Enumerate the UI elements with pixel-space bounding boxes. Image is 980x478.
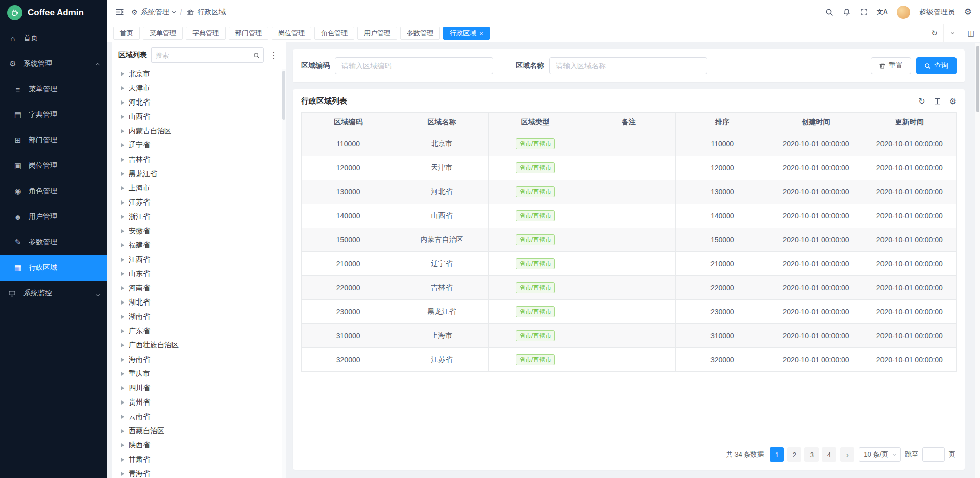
caret-right-icon[interactable] bbox=[121, 158, 124, 162]
collapse-sidebar-icon[interactable] bbox=[115, 8, 124, 16]
tree-search-input[interactable] bbox=[151, 47, 249, 63]
caret-right-icon[interactable] bbox=[121, 443, 124, 447]
tab[interactable]: 用户管理 × bbox=[357, 27, 397, 40]
layout-toggle-icon[interactable]: ◫ bbox=[962, 24, 980, 42]
sidebar-subitem[interactable]: ≡ 菜单管理 bbox=[0, 77, 107, 102]
caret-right-icon[interactable] bbox=[121, 86, 124, 90]
page-button[interactable]: 1 bbox=[770, 447, 784, 462]
caret-right-icon[interactable] bbox=[121, 258, 124, 262]
refresh-icon[interactable]: ↻ bbox=[925, 24, 943, 42]
table-row[interactable]: 230000 黑龙江省 省市/直辖市 230000 2020-10-01 00:… bbox=[302, 300, 957, 324]
tree-item[interactable]: 海南省 bbox=[118, 353, 279, 367]
tree-item[interactable]: 云南省 bbox=[118, 410, 279, 424]
caret-right-icon[interactable] bbox=[121, 286, 124, 290]
tree-item[interactable]: 江苏省 bbox=[118, 195, 279, 210]
sidebar-group-monitor[interactable]: 系统监控 bbox=[0, 281, 107, 306]
page-size-select[interactable]: 10 条/页 bbox=[859, 447, 901, 462]
settings-gear-icon[interactable]: ⚙ bbox=[964, 8, 972, 16]
sidebar-subitem[interactable]: ⊞ 部门管理 bbox=[0, 128, 107, 153]
tree-item[interactable]: 福建省 bbox=[118, 238, 279, 253]
tree-item[interactable]: 湖南省 bbox=[118, 310, 279, 324]
caret-right-icon[interactable] bbox=[121, 429, 124, 433]
tree-item[interactable]: 黑龙江省 bbox=[118, 167, 279, 181]
page-scrollbar-thumb[interactable] bbox=[976, 46, 979, 112]
tree-item[interactable]: 北京市 bbox=[118, 67, 279, 81]
tree-item[interactable]: 山西省 bbox=[118, 110, 279, 124]
tree-item[interactable]: 广西壮族自治区 bbox=[118, 338, 279, 353]
caret-right-icon[interactable] bbox=[121, 143, 124, 147]
tree-item[interactable]: 辽宁省 bbox=[118, 138, 279, 153]
table-row[interactable]: 150000 内蒙古自治区 省市/直辖市 150000 2020-10-01 0… bbox=[302, 228, 957, 252]
bell-icon[interactable] bbox=[843, 8, 851, 16]
tab[interactable]: 字典管理 × bbox=[186, 27, 226, 40]
tree-item[interactable]: 上海市 bbox=[118, 181, 279, 195]
sidebar-item-home[interactable]: ⌂ 首页 bbox=[0, 26, 107, 51]
sidebar-subitem[interactable]: ✎ 参数管理 bbox=[0, 230, 107, 255]
region-name-input[interactable] bbox=[549, 57, 707, 74]
caret-right-icon[interactable] bbox=[121, 172, 124, 176]
page-button[interactable]: 3 bbox=[804, 447, 819, 462]
sidebar-subitem[interactable]: ☻ 用户管理 bbox=[0, 204, 107, 230]
caret-right-icon[interactable] bbox=[121, 200, 124, 205]
tree-item[interactable]: 四川省 bbox=[118, 381, 279, 395]
sidebar-group-system[interactable]: ⚙ 系统管理 bbox=[0, 51, 107, 77]
caret-right-icon[interactable] bbox=[121, 343, 124, 347]
table-row[interactable]: 210000 辽宁省 省市/直辖市 210000 2020-10-01 00:0… bbox=[302, 252, 957, 276]
next-page-button[interactable]: › bbox=[840, 447, 854, 462]
breadcrumb-item-region[interactable]: 行政区域 bbox=[187, 8, 226, 17]
table-row[interactable]: 220000 吉林省 省市/直辖市 220000 2020-10-01 00:0… bbox=[302, 276, 957, 300]
table-row[interactable]: 310000 上海市 省市/直辖市 310000 2020-10-01 00:0… bbox=[302, 324, 957, 348]
tree-item[interactable]: 湖北省 bbox=[118, 295, 279, 310]
tab[interactable]: 行政区域 × bbox=[443, 27, 490, 40]
fullscreen-icon[interactable] bbox=[860, 8, 868, 16]
search-icon[interactable] bbox=[825, 8, 834, 16]
current-user-name[interactable]: 超级管理员 bbox=[919, 8, 955, 17]
tab[interactable]: 部门管理 × bbox=[229, 27, 268, 40]
tree-item[interactable]: 天津市 bbox=[118, 81, 279, 95]
sidebar-subitem[interactable]: ▣ 岗位管理 bbox=[0, 153, 107, 179]
table-row[interactable]: 110000 北京市 省市/直辖市 110000 2020-10-01 00:0… bbox=[302, 132, 957, 156]
caret-right-icon[interactable] bbox=[121, 372, 124, 376]
tab[interactable]: 菜单管理 × bbox=[143, 27, 183, 40]
tree-item[interactable]: 陕西省 bbox=[118, 438, 279, 452]
page-button[interactable]: 2 bbox=[787, 447, 801, 462]
caret-right-icon[interactable] bbox=[121, 386, 124, 390]
caret-right-icon[interactable] bbox=[121, 458, 124, 462]
page-button[interactable]: 4 bbox=[822, 447, 836, 462]
caret-right-icon[interactable] bbox=[121, 229, 124, 233]
page-scrollbar[interactable] bbox=[975, 43, 980, 478]
sidebar-subitem[interactable]: ▦ 行政区域 bbox=[0, 255, 107, 281]
sidebar-subitem[interactable]: ▤ 字典管理 bbox=[0, 102, 107, 128]
table-row[interactable]: 320000 江苏省 省市/直辖市 320000 2020-10-01 00:0… bbox=[302, 348, 957, 372]
tree-search-button[interactable] bbox=[249, 47, 264, 63]
tree-item[interactable]: 重庆市 bbox=[118, 367, 279, 381]
tree-item[interactable]: 浙江省 bbox=[118, 210, 279, 224]
gear-icon[interactable]: ⚙ bbox=[949, 97, 957, 106]
caret-right-icon[interactable] bbox=[121, 215, 124, 219]
caret-right-icon[interactable] bbox=[121, 272, 124, 276]
tree-item[interactable]: 内蒙古自治区 bbox=[118, 124, 279, 138]
translate-icon[interactable]: 文A bbox=[877, 8, 888, 16]
tree-item[interactable]: 贵州省 bbox=[118, 395, 279, 410]
table-row[interactable]: 120000 天津市 省市/直辖市 120000 2020-10-01 00:0… bbox=[302, 156, 957, 180]
caret-right-icon[interactable] bbox=[121, 315, 124, 319]
refresh-icon[interactable]: ↻ bbox=[918, 97, 925, 106]
caret-right-icon[interactable] bbox=[121, 100, 124, 105]
tree-item[interactable]: 安徽省 bbox=[118, 224, 279, 238]
caret-right-icon[interactable] bbox=[121, 115, 124, 119]
chevron-down-icon[interactable] bbox=[943, 24, 962, 42]
brand[interactable]: Coffee Admin bbox=[0, 0, 107, 26]
tree-item[interactable]: 甘肃省 bbox=[118, 452, 279, 467]
breadcrumb-item-system[interactable]: ⚙ 系统管理 bbox=[131, 8, 175, 17]
table-row[interactable]: 140000 山西省 省市/直辖市 140000 2020-10-01 00:0… bbox=[302, 204, 957, 228]
caret-right-icon[interactable] bbox=[121, 300, 124, 305]
tree-item[interactable]: 河北省 bbox=[118, 95, 279, 110]
caret-right-icon[interactable] bbox=[121, 472, 124, 476]
caret-right-icon[interactable] bbox=[121, 400, 124, 405]
tab[interactable]: 参数管理 × bbox=[400, 27, 440, 40]
caret-right-icon[interactable] bbox=[121, 358, 124, 362]
caret-right-icon[interactable] bbox=[121, 415, 124, 419]
search-button[interactable]: 查询 bbox=[916, 57, 957, 74]
caret-right-icon[interactable] bbox=[121, 329, 124, 333]
tree-item[interactable]: 西藏自治区 bbox=[118, 424, 279, 438]
